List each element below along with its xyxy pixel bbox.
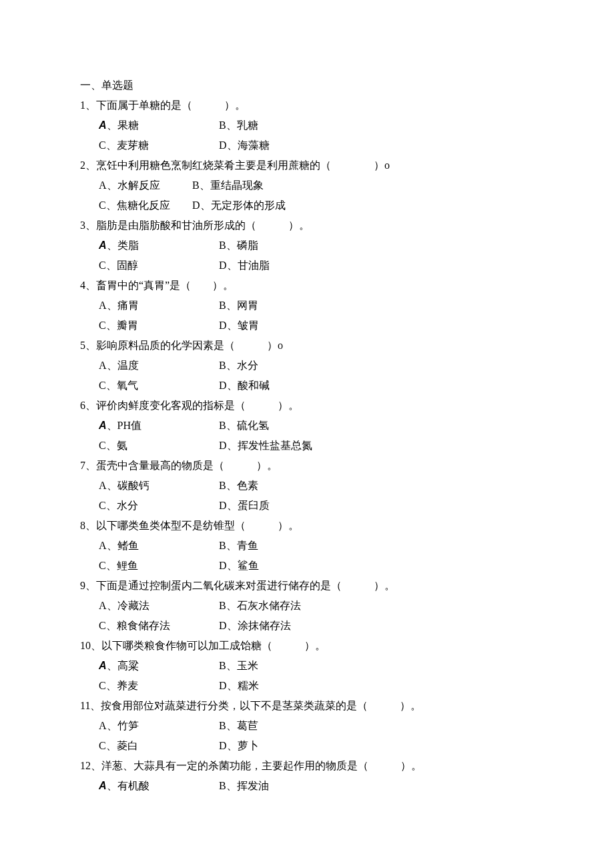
question-text: 9、下面是通过控制蛋内二氧化碳来对蛋进行储存的是（ ）。 [80,580,614,591]
option-text: B、乳糖 [219,119,258,131]
option-a: A、鳍鱼 [99,540,219,551]
question-text: 11、按食用部位对蔬菜进行分类，以下不是茎菜类蔬菜的是（ ）。 [80,701,614,711]
option-text: B、硫化氢 [219,420,269,431]
option-a: A、类脂 [99,240,219,251]
option-row: C、鲤鱼D、鲨鱼 [80,560,614,571]
option-a: A、碳酸钙 [99,480,219,491]
option-text: D、海藻糖 [219,139,270,151]
option-a: A、竹笋 [99,721,219,731]
option-text: B、青鱼 [219,540,258,551]
option-a: A、痛胃 [99,300,219,311]
option-b: D、萝卜 [219,741,259,751]
option-a: C、粮食储存法 [99,620,219,631]
option-row: A、PH值B、硫化氢 [80,420,614,431]
option-text: 、高粱 [107,660,139,671]
option-text: C、养麦 [99,680,138,691]
option-text: B、挥发油 [219,780,269,791]
option-row: A、温度B、水分 [80,360,614,371]
option-row: C、固醇D、甘油脂 [80,260,614,271]
option-text: B、网胃 [219,300,258,311]
option-text: 、有机酸 [107,780,149,791]
option-b: D、海藻糖 [219,140,270,151]
option-a: C、氧气 [99,380,219,391]
option-row: C、焦糖化反应D、无定形体的形成 [80,200,614,211]
option-a: A、水解反应 [99,180,192,191]
option-a: A、温度 [99,360,219,371]
option-b: B、乳糖 [219,120,258,131]
option-b: B、葛苣 [219,721,258,731]
option-text: C、鲤鱼 [99,560,138,571]
option-a: C、菱白 [99,741,219,751]
option-label: A [99,660,107,671]
option-row: A、类脂B、磷脂 [80,240,614,251]
option-b: B、玉米 [219,661,258,671]
option-row: C、瓣胃D、皱胃 [80,320,614,331]
option-a: A、冷藏法 [99,600,219,611]
option-text: B、葛苣 [219,720,258,731]
option-text: A、冷藏法 [99,600,149,611]
section-title: 一、单选题 [80,80,614,91]
option-row: A、有机酸B、挥发油 [80,781,614,791]
option-a: C、水分 [99,500,219,511]
option-row: A、水解反应B、重结晶现象 [80,180,614,191]
option-b: D、甘油脂 [219,260,270,271]
option-text: B、色素 [219,480,258,491]
option-b: B、挥发油 [219,781,269,791]
option-row: A、冷藏法B、石灰水储存法 [80,600,614,611]
option-text: 、PH值 [107,420,141,431]
option-text: A、痛胃 [99,300,139,311]
option-row: A、竹笋B、葛苣 [80,721,614,731]
option-b: D、鲨鱼 [219,560,259,571]
option-text: D、蛋臼质 [219,500,270,511]
option-text: B、磷脂 [219,240,258,251]
option-row: A、痛胃B、网胃 [80,300,614,311]
option-row: A、果糖B、乳糖 [80,120,614,131]
option-b: B、重结晶现象 [192,180,264,191]
option-text: D、涂抹储存法 [219,620,291,631]
option-row: A、碳酸钙B、色素 [80,480,614,491]
question-text: 8、以下哪类鱼类体型不是纺锥型（ ）。 [80,520,614,531]
option-b: B、石灰水储存法 [219,600,301,611]
option-text: B、重结晶现象 [192,179,264,191]
option-b: B、网胃 [219,300,258,311]
option-a: C、氨 [99,440,219,451]
option-row: C、氨D、挥发性盐基总氮 [80,440,614,451]
option-a: C、养麦 [99,681,219,691]
option-a: A、高粱 [99,661,219,671]
option-text: C、氧气 [99,380,138,391]
option-a: A、果糖 [99,120,219,131]
option-row: C、粮食储存法D、涂抹储存法 [80,620,614,631]
question-text: 4、畜胃中的“真胃”是（ ）。 [80,280,614,291]
question-text: 7、蛋壳中含量最高的物质是（ ）。 [80,460,614,471]
option-label: A [99,119,107,131]
option-label: A [99,780,107,791]
option-b: B、青鱼 [219,540,258,551]
option-text: D、糯米 [219,680,259,691]
option-text: D、甘油脂 [219,260,270,271]
option-a: C、麦芽糖 [99,140,219,151]
option-row: C、菱白D、萝卜 [80,741,614,751]
option-b: B、磷脂 [219,240,258,251]
question-text: 12、洋葱、大蒜具有一定的杀菌功能，主要起作用的物质是（ ）。 [80,761,614,771]
option-b: D、无定形体的形成 [192,200,286,211]
option-text: 、果糖 [107,119,139,131]
exam-content: 一、单选题1、下面属于单糖的是（ ）。A、果糖B、乳糖C、麦芽糖D、海藻糖2、烹… [80,80,614,791]
option-text: A、碳酸钙 [99,480,149,491]
option-b: B、水分 [219,360,258,371]
option-text: C、焦糖化反应 [99,199,170,211]
option-row: C、麦芽糖D、海藻糖 [80,140,614,151]
question-text: 10、以下哪类粮食作物可以加工成饴糖（ ）。 [80,640,614,651]
option-text: B、玉米 [219,660,258,671]
option-a: A、有机酸 [99,781,219,791]
option-text: A、竹笋 [99,720,139,731]
option-text: C、瓣胃 [99,320,138,331]
question-text: 5、影响原料品质的化学因素是（ ）o [80,340,614,351]
option-text: D、酸和碱 [219,380,270,391]
option-b: D、酸和碱 [219,380,270,391]
option-text: A、鳍鱼 [99,540,139,551]
option-text: A、温度 [99,360,139,371]
option-b: D、涂抹储存法 [219,620,291,631]
option-a: A、PH值 [99,420,219,431]
option-text: C、氨 [99,440,127,451]
question-text: 6、评价肉鲜度变化客观的指标是（ ）。 [80,400,614,411]
